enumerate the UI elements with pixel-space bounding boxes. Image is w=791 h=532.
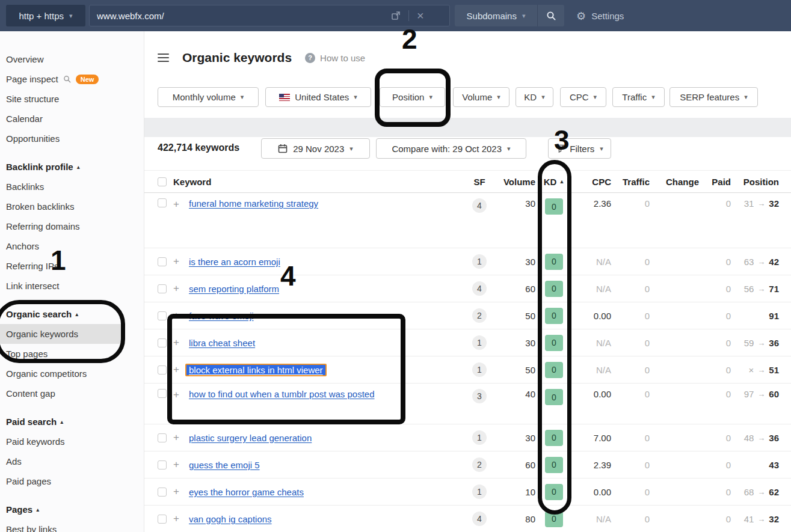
sidebar-item-broken-backlinks[interactable]: Broken backlinks <box>0 197 144 216</box>
filters-button[interactable]: Filters ▾ <box>548 138 611 159</box>
row-checkbox[interactable] <box>158 515 167 524</box>
sidebar-section-organic-search[interactable]: Organic search▴ <box>0 304 144 324</box>
row-checkbox[interactable] <box>158 198 167 207</box>
expand-icon[interactable]: + <box>173 432 179 444</box>
row-checkbox[interactable] <box>158 338 167 347</box>
keyword-link[interactable]: sem reporting platform <box>189 284 279 294</box>
sidebar-item-paid-pages[interactable]: Paid pages <box>0 471 144 491</box>
column-header-kd[interactable]: KD ▲ <box>544 177 565 187</box>
sidebar-item-top-pages[interactable]: Top pages <box>0 344 144 364</box>
sidebar-item-calendar[interactable]: Calendar <box>0 109 144 129</box>
protocol-dropdown[interactable]: http + https ▾ <box>6 5 85 26</box>
kd-badge: 0 <box>545 484 563 500</box>
compare-with-button[interactable]: Compare with: 29 Oct 2023 ▾ <box>376 138 526 159</box>
traffic-cell: 0 <box>645 338 650 348</box>
column-header-sf[interactable]: SF <box>473 177 485 187</box>
column-header-keyword[interactable]: Keyword <box>173 177 211 187</box>
keyword-link[interactable]: libra cheat sheet <box>189 338 255 348</box>
expand-icon[interactable]: + <box>173 198 179 210</box>
sf-badge: 4 <box>472 512 487 526</box>
row-checkbox[interactable] <box>158 389 167 398</box>
keyword-link[interactable]: guess the emoji 5 <box>189 460 260 470</box>
filter-button-position[interactable]: Position▾ <box>380 87 445 107</box>
scope-dropdown[interactable]: Subdomains ▾ <box>455 11 537 21</box>
column-header-cpc[interactable]: CPC <box>592 177 611 187</box>
sidebar-item-link-intersect[interactable]: Link intersect <box>0 276 144 296</box>
sidebar-section-backlink-profile[interactable]: Backlink profile▴ <box>0 157 144 177</box>
sidebar-item-ads[interactable]: Ads <box>0 451 144 471</box>
search-button[interactable] <box>538 11 564 21</box>
cpc-cell: 0.00 <box>594 487 611 497</box>
column-header-position[interactable]: Position <box>743 177 779 187</box>
divider <box>408 10 409 21</box>
position-cell: 68→62 <box>744 487 779 497</box>
sidebar-item-overview[interactable]: Overview <box>0 49 144 69</box>
column-header-volume[interactable]: Volume <box>503 177 535 187</box>
row-checkbox[interactable] <box>158 365 167 375</box>
position-new: 51 <box>769 365 779 375</box>
sidebar-item-content-gap[interactable]: Content gap <box>0 384 144 403</box>
expand-icon[interactable]: + <box>173 283 179 295</box>
sidebar-item-label: Referring domains <box>6 221 80 231</box>
expand-icon[interactable]: + <box>173 255 179 268</box>
sidebar-item-organic-keywords[interactable]: Organic keywords <box>0 324 123 344</box>
external-link-icon[interactable] <box>391 11 401 20</box>
row-checkbox[interactable] <box>158 311 167 320</box>
keyword-link[interactable]: plastic surgery lead generation <box>189 433 312 443</box>
row-checkbox[interactable] <box>158 257 167 266</box>
sidebar-item-opportunities[interactable]: Opportunities <box>0 129 144 148</box>
row-checkbox[interactable] <box>158 488 167 497</box>
expand-icon[interactable]: + <box>173 364 179 376</box>
menu-icon[interactable] <box>158 54 169 63</box>
keyword-link[interactable]: funeral home marketing strategy <box>189 198 318 209</box>
date-picker-button[interactable]: 29 Nov 2023 ▾ <box>261 138 370 159</box>
chevron-down-icon: ▾ <box>600 145 603 153</box>
keyword-link[interactable]: face wave emoji <box>189 311 254 321</box>
settings-button[interactable]: ⚙ Settings <box>576 0 624 31</box>
sidebar-item-referring-ips[interactable]: Referring IPs <box>0 256 144 276</box>
filter-button-cpc[interactable]: CPC▾ <box>560 87 606 107</box>
filter-button-monthly-volume[interactable]: Monthly volume▾ <box>158 87 259 107</box>
position-cell: 91 <box>769 311 779 321</box>
filter-button-kd[interactable]: KD▾ <box>516 87 553 107</box>
expand-icon[interactable]: + <box>173 513 179 525</box>
sidebar-section-paid-search[interactable]: Paid search▴ <box>0 412 144 432</box>
how-to-use-link[interactable]: ? How to use <box>305 53 365 63</box>
sidebar-item-organic-competitors[interactable]: Organic competitors <box>0 364 144 384</box>
sf-badge: 1 <box>472 254 487 269</box>
sidebar-item-anchors[interactable]: Anchors <box>0 236 144 256</box>
expand-icon[interactable]: + <box>173 310 179 322</box>
position-new: 36 <box>769 338 779 348</box>
expand-icon[interactable]: + <box>173 459 179 471</box>
clear-icon[interactable]: × <box>417 10 424 22</box>
sidebar-item-page-inspect[interactable]: Page inspectNew <box>0 69 144 89</box>
keyword-link[interactable]: block external links in html viewer <box>185 364 327 376</box>
filter-button-traffic[interactable]: Traffic▾ <box>612 87 665 107</box>
row-checkbox[interactable] <box>158 284 167 293</box>
sidebar-item-best-by-links[interactable]: Best by links <box>0 519 144 532</box>
filter-button-volume[interactable]: Volume▾ <box>453 87 509 107</box>
sidebar-item-site-structure[interactable]: Site structure <box>0 89 144 109</box>
position-cell: 63→42 <box>744 257 779 267</box>
column-header-paid[interactable]: Paid <box>712 177 731 187</box>
filter-button-serp-features[interactable]: SERP features▾ <box>669 87 758 107</box>
filter-button-united-states[interactable]: United States▾ <box>265 87 371 107</box>
url-actions: × <box>391 5 424 26</box>
expand-icon[interactable]: + <box>173 337 179 349</box>
sidebar-section-pages[interactable]: Pages▴ <box>0 500 144 519</box>
expand-icon[interactable]: + <box>173 486 179 498</box>
keyword-link[interactable]: is there an acorn emoji <box>189 257 280 267</box>
column-header-change[interactable]: Change <box>666 177 699 187</box>
sidebar-item-paid-keywords[interactable]: Paid keywords <box>0 432 144 451</box>
column-header-traffic[interactable]: Traffic <box>623 177 650 187</box>
sidebar-item-referring-domains[interactable]: Referring domains <box>0 216 144 236</box>
row-checkbox[interactable] <box>158 433 167 442</box>
row-checkbox[interactable] <box>158 460 167 469</box>
keyword-link[interactable]: how to find out when a tumblr post was p… <box>189 389 375 399</box>
keyword-link[interactable]: van gogh ig captions <box>189 514 272 524</box>
keyword-link[interactable]: eyes the horror game cheats <box>189 487 304 497</box>
expand-icon[interactable]: + <box>173 389 179 401</box>
sidebar-item-backlinks[interactable]: Backlinks <box>0 177 144 197</box>
chevron-down-icon: ▾ <box>522 12 526 20</box>
select-all-checkbox[interactable] <box>158 177 167 186</box>
